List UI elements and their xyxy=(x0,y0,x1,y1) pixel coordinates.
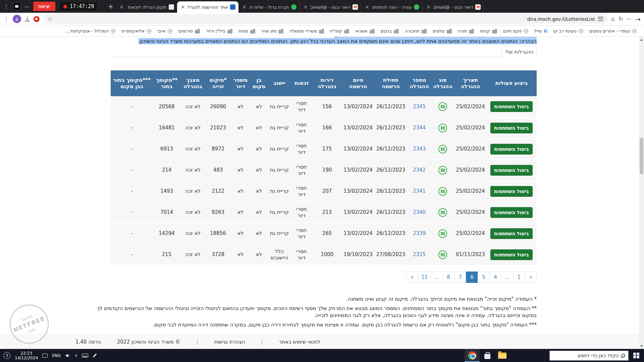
tab-close-icon[interactable]: × xyxy=(241,4,247,10)
lottery-number-link[interactable]: 2343 xyxy=(413,146,426,152)
bookmark-item[interactable]: טעינת רב קו xyxy=(551,27,586,35)
download-icon[interactable]: ↓ xyxy=(25,16,30,21)
site-settings-icon[interactable] xyxy=(598,17,603,21)
chevron-up-icon[interactable]: ∧ xyxy=(75,353,77,358)
minimize-icon[interactable]: — xyxy=(24,4,29,9)
bookmark-folder[interactable]: בנקים xyxy=(378,27,401,35)
eligibility-cell: חסרי דיור xyxy=(291,117,312,138)
tab-close-icon[interactable]: × xyxy=(426,4,431,10)
cancel-participation-button[interactable]: ביטול השתתפות xyxy=(490,207,532,218)
lottery-number-link[interactable]: 2315 xyxy=(413,251,426,257)
taskbar-search[interactable] xyxy=(549,351,629,361)
taskbar-search-input[interactable] xyxy=(553,353,619,358)
action-center-icon[interactable] xyxy=(42,354,48,358)
bookmark-item[interactable]: אייבי xyxy=(155,27,175,35)
cancel-participation-button[interactable]: ביטול השתתפות xyxy=(490,228,532,239)
bookmark-item[interactable]: המכלול - אנציקלופד... xyxy=(63,27,118,35)
browser-tab[interactable]: חברת ברזל - שליח חב"ד באמיר... × xyxy=(238,1,300,13)
terms-link[interactable]: לתנאי שימוש באתר xyxy=(279,339,320,345)
page-button[interactable]: 4 xyxy=(489,272,501,283)
bookmark-folder[interactable]: פורומים xyxy=(176,27,203,35)
url-text[interactable]: dira.moch.gov.il/LotteriesList xyxy=(527,16,595,22)
forward-icon[interactable]: ← xyxy=(627,16,632,22)
bookmark-folder[interactable]: משרדי ממשלה xyxy=(287,27,327,35)
bookmark-folder[interactable]: מזג אויר xyxy=(259,27,286,35)
scroll-down-icon[interactable]: ▼ xyxy=(639,344,644,349)
bookmark-folder[interactable]: עלונים xyxy=(430,27,454,35)
browser-tab[interactable]: עזרה - רוצה להתפתח בשפות? × xyxy=(361,1,423,13)
profile-avatar[interactable]: p xyxy=(13,15,21,23)
cancel-participation-button[interactable]: ביטול השתתפות xyxy=(490,165,532,176)
exit-button[interactable]: יציאה xyxy=(33,2,55,11)
bookmark-folder[interactable]: מפות xyxy=(236,27,258,35)
lottery-number-link[interactable]: 2340 xyxy=(413,209,426,215)
tray-badge[interactable]: 3 xyxy=(3,352,10,359)
bookmark-item[interactable]: פקס חינם xyxy=(500,27,531,35)
lottery-number-link[interactable]: 2339 xyxy=(413,230,426,236)
bookmark-folder[interactable]: תחבורה xyxy=(402,27,429,35)
scrollbar-thumb[interactable] xyxy=(640,137,643,174)
app-icon[interactable] xyxy=(13,3,20,10)
bookmark-folder[interactable]: תורני xyxy=(455,27,477,35)
bookmark-item[interactable]: Gמייל xyxy=(532,27,550,35)
scroll-up-icon[interactable]: ▲ xyxy=(639,37,644,42)
cancel-participation-button[interactable]: ביטול השתתפות xyxy=(490,101,532,112)
home-icon[interactable]: ⌂ xyxy=(611,16,615,22)
browser-tab-active[interactable]: אתר ההרשמה להגרלות "דירה ב... × xyxy=(177,1,238,13)
page-button[interactable]: 5 xyxy=(478,272,490,283)
actions-cell: ביטול השתתפות xyxy=(486,181,537,202)
browser-menu-icon[interactable]: ⋮ xyxy=(3,16,9,22)
page-button[interactable]: 1 xyxy=(513,272,525,283)
lottery-number-link[interactable]: 2345 xyxy=(413,104,426,110)
tab-close-icon[interactable]: × xyxy=(364,4,370,10)
cancel-participation-button[interactable]: ביטול השתתפות xyxy=(490,249,532,260)
lottery-number-link[interactable]: 2341 xyxy=(413,188,426,194)
page-next-button[interactable]: » xyxy=(525,272,537,283)
volume-icon[interactable] xyxy=(65,353,70,358)
address-bar[interactable]: ☆ dira.moch.gov.il/LotteriesList xyxy=(43,14,607,24)
cancel-participation-button[interactable]: ביטול השתתפות xyxy=(490,123,532,133)
cancel-participation-button[interactable]: ביטול השתתפות xyxy=(490,144,532,155)
bookmark-folder[interactable]: נדל"ן ודיור xyxy=(203,27,235,35)
page-button[interactable]: 8 xyxy=(442,272,454,283)
bookmark-item[interactable]: אליאקספרס xyxy=(119,27,154,35)
taskbar-clock[interactable]: 22:23 14/12/2024 xyxy=(15,351,38,360)
bookmark-folder[interactable]: אשראי xyxy=(353,27,377,35)
eligibility-cell: חסרי דיור xyxy=(291,181,312,202)
cancel-participation-button[interactable]: ביטול השתתפות xyxy=(490,186,532,197)
start-button[interactable] xyxy=(629,349,644,362)
page-prev-button[interactable]: « xyxy=(406,272,418,283)
tab-my-lotteries[interactable]: ההגרלות שלי xyxy=(502,46,537,58)
store-taskbar-button[interactable] xyxy=(480,349,495,362)
accessibility-link[interactable]: הצהרת נגישות xyxy=(214,339,245,345)
browser-tab[interactable]: M דואר נכנס - @gmail.com - Gmail × xyxy=(300,1,361,13)
back-icon[interactable]: → xyxy=(635,15,641,23)
file-explorer-taskbar-button[interactable] xyxy=(495,349,510,362)
bookmark-folder[interactable]: קופ"ח xyxy=(327,27,352,35)
page-button-active[interactable]: 6 xyxy=(466,272,478,283)
actions-cell: ביטול השתתפות xyxy=(486,117,537,138)
tab-close-icon[interactable]: × xyxy=(119,4,124,10)
lottery-number-link[interactable]: 2342 xyxy=(413,167,426,173)
page-button[interactable]: 11 xyxy=(418,272,431,283)
tab-close-icon[interactable]: × xyxy=(180,4,185,10)
bookmark-folder[interactable]: קניות xyxy=(477,27,499,35)
new-tab-button[interactable]: + xyxy=(106,1,116,11)
language-indicator[interactable]: ENG xyxy=(52,353,61,358)
pagination: « 11 ... 8 7 6 5 4 ... 1 » xyxy=(406,272,537,283)
page-button[interactable]: 7 xyxy=(454,272,466,283)
pen-icon[interactable] xyxy=(93,355,97,356)
browser-tab[interactable]: תקנון הגרלה לזכאות למענק לר... × xyxy=(116,1,177,13)
netfree-extension-icon[interactable] xyxy=(34,16,40,22)
tab-close-icon[interactable]: × xyxy=(303,4,308,10)
menu-dots-icon[interactable]: ⋮ xyxy=(3,4,9,9)
touch-keyboard-icon[interactable] xyxy=(82,354,88,358)
chrome-taskbar-button[interactable] xyxy=(465,349,480,362)
lottery-number-cell: 2344 xyxy=(408,117,431,138)
vertical-scrollbar[interactable]: ▲ ▼ xyxy=(639,37,644,349)
bookmark-star-icon[interactable]: ☆ xyxy=(48,16,53,22)
bookmark-item[interactable]: נטפרי - אתרים נפוצים xyxy=(587,27,639,35)
browser-tab[interactable]: M דואר נכנס - @gmail.com - Gmail × xyxy=(423,1,484,13)
lottery-number-link[interactable]: 2344 xyxy=(413,125,426,131)
reload-icon[interactable]: ↻ xyxy=(619,16,623,22)
